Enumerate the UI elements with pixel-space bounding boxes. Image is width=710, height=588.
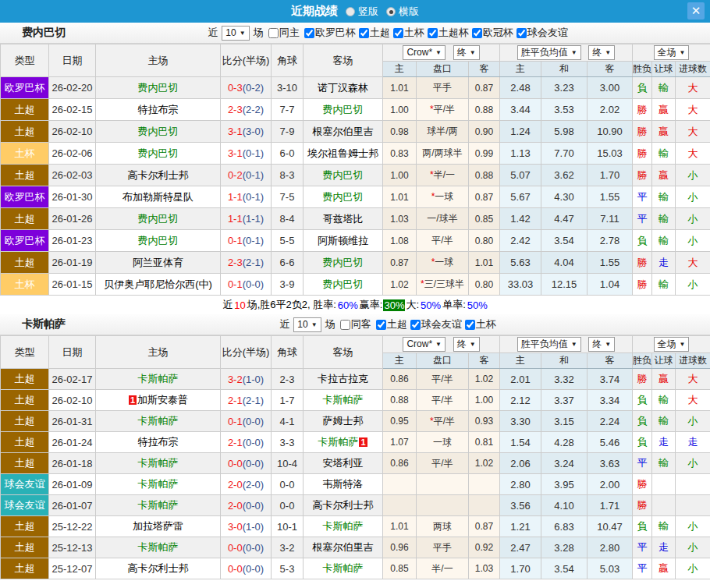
- match-date-cell: 26-01-31: [49, 411, 96, 432]
- home-team-cell: 特拉布宗: [96, 432, 221, 453]
- ou-result-cell: 小: [676, 411, 710, 432]
- avg-away-cell: 1.70: [588, 165, 633, 186]
- league-checkbox-label[interactable]: 球会友谊: [410, 317, 462, 331]
- ou-result-cell: [676, 495, 710, 516]
- league-checkbox-group: 欧罗巴杯 土超 土杯 土超杯: [301, 26, 568, 40]
- summary-segment: 场,胜6平2负2, 胜率:: [247, 298, 337, 312]
- away-water-cell: 0.90: [469, 121, 500, 143]
- league-checkbox-label[interactable]: 球会友谊: [517, 26, 568, 40]
- home-water-cell: 1.00: [383, 165, 417, 186]
- sub-avg-draw: 和: [541, 62, 588, 77]
- scope-select[interactable]: 全场▼: [654, 337, 690, 352]
- avg-final-select[interactable]: 终▼: [588, 45, 615, 60]
- corner-cell: 8-4: [272, 208, 304, 230]
- league-checkbox[interactable]: [472, 28, 482, 38]
- away-water-cell: 0.88: [469, 99, 500, 121]
- ou-result-cell: 小: [676, 186, 710, 208]
- league-checkbox-label[interactable]: 土超杯: [428, 26, 469, 40]
- avg-select[interactable]: 胜平负均值▼: [517, 337, 581, 352]
- scope-select[interactable]: 全场▼: [654, 45, 690, 60]
- match-row: 土杯 26-01-15 贝伊奥卢耶尼恰尔西(中) 0-1(0-0) 3-9 费内…: [1, 274, 710, 296]
- league-checkbox-label[interactable]: 土杯: [393, 26, 424, 40]
- avg-home-cell: 2.48: [500, 77, 541, 99]
- league-checkbox[interactable]: [376, 320, 386, 330]
- home-water-cell: 0.86: [383, 453, 417, 474]
- avg-draw-cell: 3.28: [541, 537, 588, 558]
- wdl-result-cell: 勝: [633, 369, 652, 390]
- home-water-cell: [383, 474, 417, 495]
- league-checkbox[interactable]: [465, 320, 475, 330]
- match-date-cell: 25-12-13: [49, 537, 96, 558]
- sub-home: 主: [383, 353, 417, 369]
- avg-select[interactable]: 胜平负均值▼: [517, 45, 581, 60]
- away-water-cell: 0.85: [469, 208, 500, 230]
- avg-final-select[interactable]: 终▼: [588, 337, 615, 352]
- match-count-select[interactable]: 10 ▼: [293, 317, 321, 332]
- avg-draw-cell: 3.37: [541, 390, 588, 411]
- league-checkbox[interactable]: [304, 28, 314, 38]
- asian-result-cell: 輸: [652, 516, 676, 537]
- avg-home-cell: 3.30: [500, 411, 541, 432]
- horizontal-radio[interactable]: [386, 7, 396, 16]
- match-type-cell: 土杯: [1, 274, 49, 296]
- handicap-cell: *三/三球半: [417, 274, 469, 296]
- odds-final-select[interactable]: 终▼: [453, 45, 480, 60]
- match-type-cell: 土超: [1, 99, 49, 121]
- match-date-cell: 26-02-15: [49, 99, 96, 121]
- league-checkbox[interactable]: [517, 28, 527, 38]
- vertical-radio[interactable]: [346, 7, 355, 16]
- scope-header: 全场▼: [633, 336, 710, 353]
- near-label: 近: [208, 26, 218, 40]
- section-header-kasimpasa: 卡斯帕萨 近 10 ▼ 场 同客 土超: [0, 314, 710, 335]
- summary-segment: 50%: [467, 299, 488, 311]
- sub-wdl: 胜负: [633, 62, 652, 77]
- league-checkbox[interactable]: [359, 28, 369, 38]
- vertical-radio-label[interactable]: 竖版: [358, 5, 378, 19]
- wdl-result-cell: 勝: [633, 495, 652, 516]
- close-icon[interactable]: ✕: [687, 2, 705, 19]
- league-checkbox[interactable]: [393, 28, 403, 38]
- league-checkbox[interactable]: [410, 320, 421, 330]
- home-water-cell: 0.87: [383, 252, 417, 274]
- same-away-checkbox-label[interactable]: 同客: [340, 317, 371, 331]
- odds-company-select[interactable]: Crow*▼: [403, 45, 446, 60]
- avg-draw-cell: 3.23: [541, 77, 588, 99]
- avg-away-cell: 1.55: [588, 252, 633, 274]
- corner-cell: 3-3: [272, 432, 304, 453]
- corner-cell: 5-5: [272, 230, 304, 252]
- home-water-cell: 0.96: [383, 537, 417, 558]
- home-water-cell: 1.01: [383, 516, 417, 537]
- horizontal-radio-label[interactable]: 横版: [399, 5, 419, 19]
- handicap-cell: *一球: [417, 252, 469, 274]
- same-home-checkbox[interactable]: [268, 28, 279, 38]
- match-row: 球会友谊 26-01-09 卡斯帕萨 2-0(2-0) 0-0 韦斯特洛 2.8…: [1, 474, 710, 495]
- odds-final-select[interactable]: 终▼: [453, 337, 480, 352]
- odds-company-select[interactable]: Crow*▼: [403, 337, 446, 352]
- match-type-cell: 土超: [1, 252, 49, 274]
- league-checkbox-label[interactable]: 土超: [376, 317, 407, 331]
- avg-draw-cell: 4.10: [541, 495, 588, 516]
- same-home-checkbox-label[interactable]: 同主: [268, 26, 300, 40]
- league-checkbox-label[interactable]: 欧冠杯: [472, 26, 513, 40]
- away-water-cell: 0.93: [469, 411, 500, 432]
- avg-draw-cell: 3.32: [541, 369, 588, 390]
- wdl-result-cell: 勝: [633, 474, 652, 495]
- handicap-cell: [417, 495, 469, 516]
- league-checkbox-label[interactable]: 土杯: [465, 317, 496, 331]
- away-water-cell: 0.87: [469, 516, 500, 537]
- league-checkbox[interactable]: [428, 28, 438, 38]
- avg-draw-cell: 4.47: [541, 208, 588, 230]
- chevron-down-icon: ▼: [680, 49, 686, 56]
- record-summary: 近 10 场,胜6平2负2, 胜率: 60% 赢率: 30% 大: 50% 单率…: [0, 296, 710, 314]
- sub-handicap: 盘口: [417, 62, 469, 77]
- league-checkbox-label[interactable]: 土超: [359, 26, 390, 40]
- same-away-checkbox[interactable]: [340, 320, 350, 330]
- league-checkbox-label[interactable]: 欧罗巴杯: [304, 26, 356, 40]
- wdl-result-cell: 勝: [633, 99, 652, 121]
- handicap-cell: 两球: [417, 516, 469, 537]
- chevron-down-icon: ▼: [470, 341, 476, 348]
- match-count-select[interactable]: 10 ▼: [222, 26, 249, 41]
- score-cell: 0-1(0-0): [221, 274, 272, 296]
- avg-home-cell: 2.12: [500, 390, 541, 411]
- avg-away-cell: 2.00: [588, 474, 633, 495]
